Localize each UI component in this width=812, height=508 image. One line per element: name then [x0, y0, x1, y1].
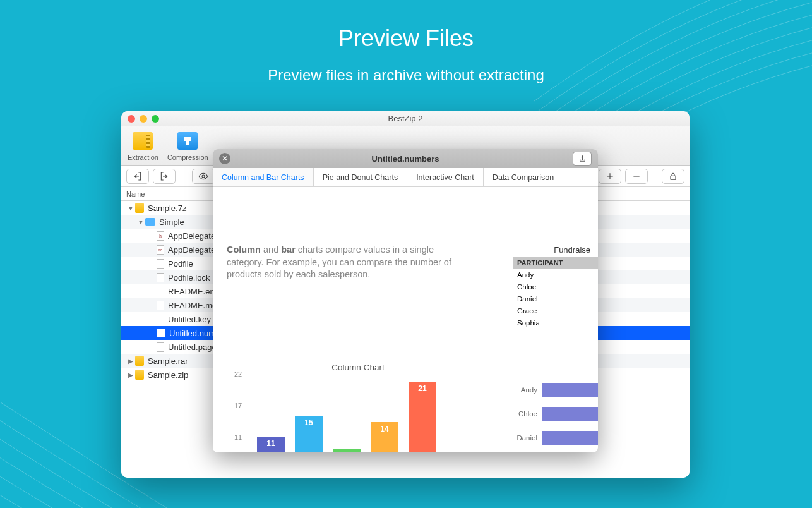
file-icon: m: [157, 245, 164, 255]
window-title: BestZip 2: [121, 114, 690, 123]
file-name: README.md: [168, 301, 217, 310]
app-window: BestZip 2 Extraction Compression Name ▼S…: [121, 111, 690, 478]
archive-icon: [135, 356, 144, 366]
hbar-label: Chloe: [510, 410, 537, 418]
disclosure-triangle-icon[interactable]: ▶: [126, 372, 135, 378]
hbar-bar: [542, 383, 598, 397]
hbar-row: Daniel: [510, 428, 598, 447]
import-button[interactable]: [126, 169, 149, 184]
quicklook-title: Untitled.numbers: [213, 154, 598, 164]
horizontal-bar-chart: Andy Chloe Daniel: [510, 380, 598, 452]
file-name: README.en: [168, 287, 215, 296]
chart-bar: 15: [295, 416, 323, 452]
pages-icon: [157, 342, 164, 352]
y-tick: 17: [234, 402, 242, 409]
file-icon: [157, 301, 164, 310]
chart-bar: 14: [371, 422, 398, 452]
archive-icon: [135, 370, 144, 380]
table-row: Daniel: [513, 293, 598, 305]
fundraiser-label: Fundraise: [554, 245, 590, 255]
file-name: Sample.rar: [148, 356, 188, 366]
extraction-button[interactable]: Extraction: [128, 130, 158, 161]
hbar-row: Chloe: [510, 404, 598, 423]
chart-bar: 21: [409, 382, 436, 452]
disclosure-triangle-icon[interactable]: ▶: [126, 358, 135, 365]
extraction-label: Extraction: [128, 154, 158, 161]
quicklook-body: Column and bar charts compare values in …: [213, 187, 598, 452]
y-tick: 11: [234, 433, 242, 441]
archive-icon: [135, 203, 144, 213]
table-row: Grace: [513, 305, 598, 317]
hero-subtitle: Preview files in archive without extract…: [0, 66, 812, 84]
chart-bar: [333, 449, 361, 452]
folder-compress-icon: [177, 132, 198, 150]
share-button[interactable]: [573, 152, 592, 166]
file-name: Sample.zip: [148, 370, 188, 380]
file-name: Podfile: [168, 259, 193, 269]
table-row: Sophia: [513, 317, 598, 329]
table-row: Andy: [513, 269, 598, 281]
quicklook-button[interactable]: [192, 169, 215, 184]
participant-table: PARTICIPANT Andy Chloe Daniel Grace Soph…: [513, 257, 598, 329]
numbers-icon: [157, 329, 165, 337]
quicklook-window: ✕ Untitled.numbers Column and Bar Charts…: [213, 149, 598, 452]
file-name: Sample.7z: [148, 203, 186, 213]
hbar-label: Andy: [510, 386, 537, 394]
chart-description: Column and bar charts compare values in …: [227, 244, 460, 281]
sheet-tabs: Column and Bar Charts Pie and Donut Char…: [213, 168, 598, 187]
compression-label: Compression: [167, 154, 208, 161]
svg-rect-1: [671, 176, 676, 179]
tab-data-comparison[interactable]: Data Comparison: [484, 168, 563, 186]
hero-title: Preview Files: [0, 25, 812, 52]
keynote-icon: [157, 315, 164, 324]
file-icon: [157, 287, 164, 296]
file-name: Simple: [159, 217, 184, 227]
export-button[interactable]: [153, 169, 176, 184]
y-tick: 22: [234, 370, 242, 378]
hbar-row: Andy: [510, 380, 598, 399]
archive-icon: [133, 132, 153, 150]
tab-pie-donut[interactable]: Pie and Donut Charts: [314, 168, 408, 186]
svg-point-0: [202, 175, 205, 178]
file-icon: h: [157, 231, 164, 241]
hbar-bar: [542, 431, 598, 445]
remove-button[interactable]: [625, 169, 648, 184]
file-icon: [157, 273, 164, 282]
file-name: AppDelegate: [168, 231, 215, 241]
quicklook-titlebar: ✕ Untitled.numbers: [213, 149, 598, 168]
table-header: PARTICIPANT: [513, 257, 598, 269]
table-row: Chloe: [513, 281, 598, 293]
add-button[interactable]: [599, 169, 621, 184]
file-icon: [157, 259, 164, 269]
compression-button[interactable]: Compression: [167, 130, 208, 161]
tab-column-bar[interactable]: Column and Bar Charts: [213, 168, 314, 186]
hbar-bar: [542, 407, 598, 421]
window-titlebar: BestZip 2: [121, 111, 690, 126]
folder-icon: [145, 218, 155, 226]
disclosure-triangle-icon[interactable]: ▼: [126, 205, 135, 212]
tab-interactive[interactable]: Interactive Chart: [407, 168, 484, 186]
chart-bar: 11: [257, 437, 285, 452]
column-chart: 11 15 14 21: [251, 370, 459, 452]
file-name: AppDelegate: [168, 245, 215, 255]
disclosure-triangle-icon[interactable]: ▼: [136, 219, 145, 226]
lock-button[interactable]: [662, 169, 684, 184]
file-name: Podfile.lock: [168, 273, 210, 282]
hbar-label: Daniel: [510, 434, 537, 442]
file-name: Untitled.key: [168, 315, 211, 324]
